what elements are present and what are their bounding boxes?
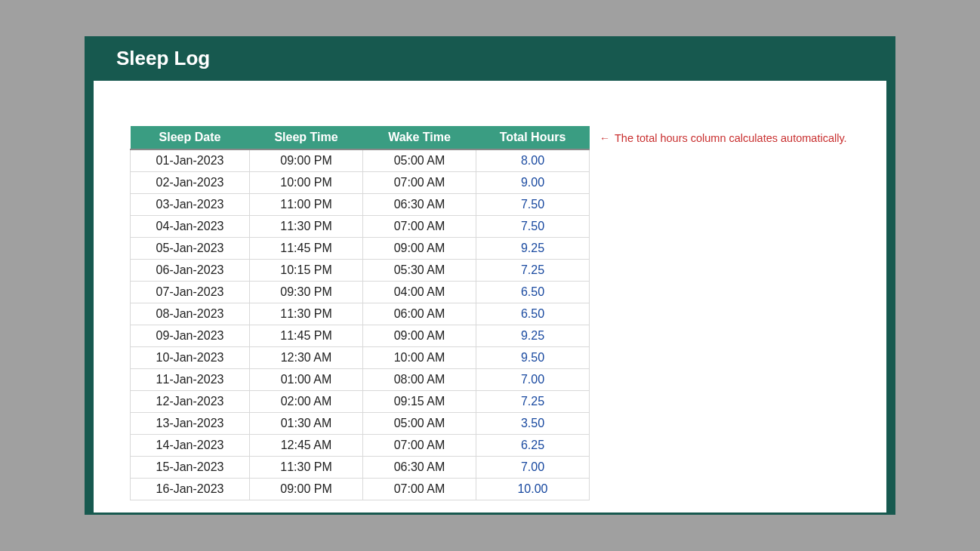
table-row: 03-Jan-202311:00 PM06:30 AM7.50 [131,194,590,216]
col-header-total-hours: Total Hours [476,126,590,149]
cell-wake: 08:00 AM [363,369,476,391]
cell-sleep: 10:15 PM [250,260,363,282]
cell-total: 6.50 [476,303,590,325]
sheet-body: Sleep Date Sleep Time Wake Time Total Ho… [94,81,886,513]
cell-total: 7.00 [476,457,590,479]
note-text: The total hours column calculates automa… [615,132,847,144]
cell-date: 04-Jan-2023 [131,216,250,238]
cell-total: 6.50 [476,282,590,303]
table-row: 13-Jan-202301:30 AM05:00 AM3.50 [131,413,590,435]
table-row: 12-Jan-202302:00 AM09:15 AM7.25 [131,391,590,413]
table-row: 02-Jan-202310:00 PM07:00 AM9.00 [131,172,590,194]
table-row: 09-Jan-202311:45 PM09:00 AM9.25 [131,325,590,347]
table-row: 06-Jan-202310:15 PM05:30 AM7.25 [131,260,590,282]
cell-wake: 09:15 AM [363,391,476,413]
cell-total: 9.25 [476,325,590,347]
title-bar: Sleep Log [85,36,895,81]
table-row: 07-Jan-202309:30 PM04:00 AM6.50 [131,282,590,303]
cell-sleep: 11:30 PM [250,457,363,479]
cell-date: 08-Jan-2023 [131,303,250,325]
cell-sleep: 11:30 PM [250,303,363,325]
cell-wake: 06:30 AM [363,457,476,479]
table-row: 05-Jan-202311:45 PM09:00 AM9.25 [131,238,590,260]
cell-sleep: 09:00 PM [250,149,363,172]
table-row: 11-Jan-202301:00 AM08:00 AM7.00 [131,369,590,391]
cell-wake: 09:00 AM [363,238,476,260]
cell-wake: 05:00 AM [363,149,476,172]
table-row: 15-Jan-202311:30 PM06:30 AM7.00 [131,457,590,479]
col-header-sleep-time: Sleep Time [250,126,363,149]
cell-date: 11-Jan-2023 [131,369,250,391]
cell-wake: 06:00 AM [363,303,476,325]
table-row: 08-Jan-202311:30 PM06:00 AM6.50 [131,303,590,325]
auto-calc-note: ← The total hours column calculates auto… [589,126,847,144]
cell-date: 15-Jan-2023 [131,457,250,479]
col-header-wake-time: Wake Time [363,126,476,149]
cell-date: 10-Jan-2023 [131,347,250,369]
cell-date: 14-Jan-2023 [131,435,250,457]
cell-total: 9.00 [476,172,590,194]
cell-date: 07-Jan-2023 [131,282,250,303]
cell-total: 6.25 [476,435,590,457]
cell-total: 7.25 [476,260,590,282]
cell-sleep: 11:30 PM [250,216,363,238]
col-header-date: Sleep Date [131,126,250,149]
cell-wake: 07:00 AM [363,172,476,194]
cell-sleep: 09:00 PM [250,479,363,500]
arrow-left-icon: ← [599,133,610,143]
cell-wake: 06:30 AM [363,194,476,216]
cell-wake: 05:00 AM [363,413,476,435]
cell-wake: 10:00 AM [363,347,476,369]
cell-date: 01-Jan-2023 [131,149,250,172]
cell-total: 10.00 [476,479,590,500]
cell-date: 06-Jan-2023 [131,260,250,282]
table-row: 04-Jan-202311:30 PM07:00 AM7.50 [131,216,590,238]
cell-total: 8.00 [476,149,590,172]
page-title: Sleep Log [116,47,874,70]
cell-wake: 09:00 AM [363,325,476,347]
table-row: 10-Jan-202312:30 AM10:00 AM9.50 [131,347,590,369]
cell-date: 03-Jan-2023 [131,194,250,216]
cell-sleep: 01:00 AM [250,369,363,391]
cell-sleep: 10:00 PM [250,172,363,194]
cell-wake: 07:00 AM [363,216,476,238]
cell-sleep: 11:45 PM [250,238,363,260]
sleep-log-table: Sleep Date Sleep Time Wake Time Total Ho… [130,126,589,500]
cell-total: 9.50 [476,347,590,369]
cell-date: 05-Jan-2023 [131,238,250,260]
cell-wake: 04:00 AM [363,282,476,303]
cell-total: 7.50 [476,194,590,216]
cell-date: 13-Jan-2023 [131,413,250,435]
cell-date: 02-Jan-2023 [131,172,250,194]
cell-total: 7.25 [476,391,590,413]
cell-total: 7.50 [476,216,590,238]
cell-sleep: 11:00 PM [250,194,363,216]
table-row: 16-Jan-202309:00 PM07:00 AM10.00 [131,479,590,500]
document-frame: Sleep Log Sleep Date Sleep Time Wake Tim… [85,36,895,515]
table-row: 01-Jan-202309:00 PM05:00 AM8.00 [131,149,590,172]
cell-total: 3.50 [476,413,590,435]
cell-total: 9.25 [476,238,590,260]
cell-sleep: 12:30 AM [250,347,363,369]
cell-date: 12-Jan-2023 [131,391,250,413]
cell-sleep: 12:45 AM [250,435,363,457]
cell-total: 7.00 [476,369,590,391]
cell-wake: 05:30 AM [363,260,476,282]
cell-date: 09-Jan-2023 [131,325,250,347]
cell-sleep: 01:30 AM [250,413,363,435]
cell-sleep: 09:30 PM [250,282,363,303]
cell-wake: 07:00 AM [363,479,476,500]
cell-sleep: 11:45 PM [250,325,363,347]
cell-sleep: 02:00 AM [250,391,363,413]
cell-date: 16-Jan-2023 [131,479,250,500]
cell-wake: 07:00 AM [363,435,476,457]
table-row: 14-Jan-202312:45 AM07:00 AM6.25 [131,435,590,457]
